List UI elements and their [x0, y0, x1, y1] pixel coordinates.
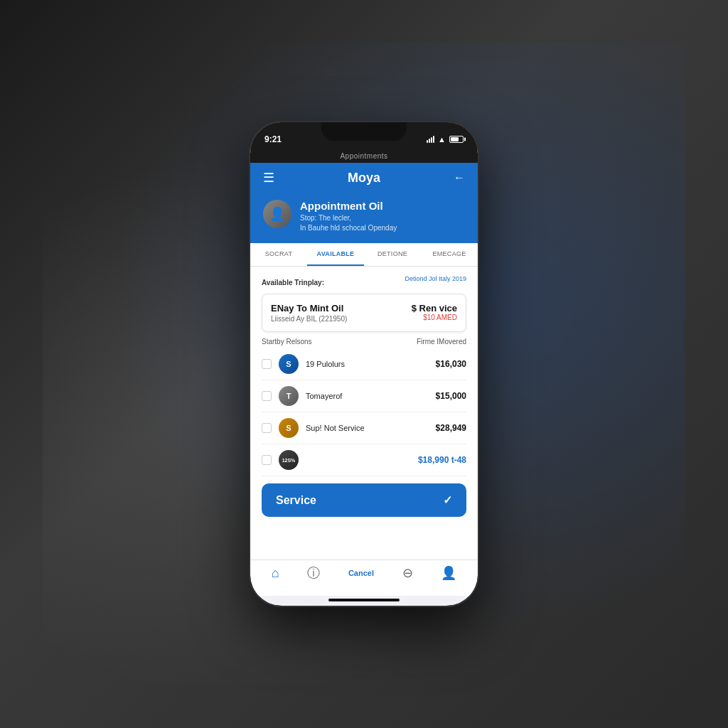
list-item[interactable]: T Tomayerof $15,000: [262, 380, 466, 412]
section-date: Detiond Jol Italy 2019: [405, 275, 466, 282]
checkmark-icon: ✓: [443, 493, 452, 507]
logo-4: 12S%: [279, 450, 299, 470]
checkbox-4[interactable]: [262, 455, 272, 465]
tabs-row: SOCRAT AVAILABLE DETIONE EMECAGE: [250, 243, 478, 267]
cancel-label: Cancel: [348, 569, 374, 577]
back-button[interactable]: ←: [454, 171, 465, 184]
item-price-4: $18,990 t-48: [418, 455, 466, 465]
item-price-3: $28,949: [436, 423, 466, 433]
menu-button[interactable]: ☰: [263, 170, 274, 186]
home-icon: ⌂: [272, 566, 279, 581]
tab-detione[interactable]: DETIONE: [364, 243, 421, 266]
list-header-left: Startby Relsons: [262, 338, 312, 346]
item-name-2: Tomayerof: [306, 392, 429, 400]
phone-notch: [321, 122, 407, 141]
app-header: ☰ Moya ←: [250, 163, 478, 193]
appointment-info: Appointment Oil Stop: The lecler, In Bau…: [300, 200, 465, 233]
service-button-label: Service: [276, 494, 316, 507]
card-left: ENay To Mint Oil Liisseid Ay BIL (221950…: [271, 303, 347, 323]
status-time: 9:21: [264, 134, 282, 144]
checkbox-3[interactable]: [262, 423, 272, 433]
nav-home[interactable]: ⌂: [272, 566, 279, 581]
list-header-right: Firme IMovered: [417, 338, 466, 346]
item-name-1: 19 Pulolurs: [306, 360, 429, 368]
appointment-section: 👤 Appointment Oil Stop: The lecler, In B…: [250, 193, 478, 243]
logo-1: S: [279, 354, 299, 374]
minus-icon: ⊖: [402, 565, 413, 581]
section-header: Available Trinplay: Detiond Jol Italy 20…: [262, 275, 466, 288]
appointment-title: Appointment Oil: [300, 200, 465, 212]
phone-scene: 9:21 ▲ Appointments ☰ Moya: [151, 44, 577, 684]
item-price-1: $16,030: [436, 359, 466, 369]
signal-icon: [427, 136, 434, 143]
nav-info[interactable]: ⓘ: [307, 564, 320, 582]
info-icon: ⓘ: [307, 564, 320, 582]
tab-available[interactable]: AVAILABLE: [307, 243, 364, 266]
list-item[interactable]: S Sup! Not Service $28,949: [262, 412, 466, 444]
checkbox-1[interactable]: [262, 359, 272, 369]
card-title: ENay To Mint Oil: [271, 303, 347, 314]
home-bar: [328, 599, 400, 601]
app-screen: 9:21 ▲ Appointments ☰ Moya: [250, 122, 478, 606]
tab-socrat[interactable]: SOCRAT: [250, 243, 307, 266]
section-label: Available Trinplay:: [262, 279, 324, 287]
list-item[interactable]: 12S% $18,990 t-48: [262, 444, 466, 476]
wifi-icon: ▲: [438, 135, 446, 144]
appointment-subtitle: Stop: The lecler, In Bauhe hld schocal O…: [300, 213, 465, 233]
card-row: ENay To Mint Oil Liisseid Ay BIL (221950…: [271, 303, 457, 323]
tab-emecage[interactable]: EMECAGE: [421, 243, 478, 266]
battery-icon: [449, 136, 464, 143]
phone-shell: 9:21 ▲ Appointments ☰ Moya: [250, 122, 478, 606]
bottom-nav: ⌂ ⓘ Cancel ⊖ 👤: [250, 560, 478, 596]
nav-profile[interactable]: 👤: [441, 565, 456, 581]
logo-3: S: [279, 418, 299, 438]
nav-minus[interactable]: ⊖: [402, 565, 413, 581]
app-title: Moya: [348, 171, 380, 186]
card-price: $ Ren vice: [412, 303, 457, 314]
card-subtitle: Liisseid Ay BIL (221950): [271, 315, 347, 323]
item-price-2: $15,000: [436, 391, 466, 401]
card-right: $ Ren vice $10 AMED: [412, 303, 457, 321]
service-button[interactable]: Service ✓: [262, 483, 466, 517]
profile-icon: 👤: [441, 565, 456, 581]
list-item[interactable]: S 19 Pulolurs $16,030: [262, 348, 466, 380]
main-card: ENay To Mint Oil Liisseid Ay BIL (221950…: [262, 294, 466, 332]
status-right: ▲: [427, 135, 464, 144]
logo-2: T: [279, 386, 299, 406]
avatar: 👤: [263, 200, 291, 228]
list-header: Startby Relsons Firme IMovered: [262, 338, 466, 346]
checkbox-2[interactable]: [262, 391, 272, 401]
card-price-sub: $10 AMED: [412, 314, 457, 321]
nav-cancel[interactable]: Cancel: [348, 569, 374, 577]
main-content: Available Trinplay: Detiond Jol Italy 20…: [250, 267, 478, 560]
item-name-3: Sup! Not Service: [306, 424, 429, 432]
